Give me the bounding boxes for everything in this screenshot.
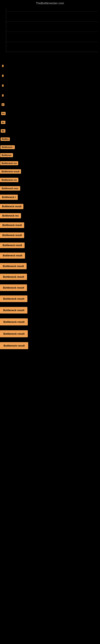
list-item: Bo <box>0 121 100 124</box>
bottleneck-badge: Bottleneck result <box>0 222 24 228</box>
bottleneck-badge: Bottleneck result <box>0 330 28 337</box>
bottleneck-badge: | <box>2 75 3 77</box>
bottleneck-badge: Bottleneck resu <box>0 186 20 190</box>
list-item: | <box>0 75 100 77</box>
list-item: Bottleneck result <box>0 330 100 337</box>
grid-line-4 <box>6 12 98 12</box>
bottleneck-badge: Bottleneck result <box>0 307 27 314</box>
list-item: | <box>0 65 100 67</box>
list-item: Bottleneck r <box>0 194 100 200</box>
bottleneck-badge: Bottleneck result <box>0 296 27 302</box>
bottleneck-badge: Bo <box>1 121 5 124</box>
list-item: Bottleneck result <box>0 252 100 258</box>
bottleneck-badge: | <box>2 94 3 96</box>
bottleneck-badge: Bo <box>1 112 6 115</box>
bottleneck-badge: Bottlen <box>0 138 10 141</box>
list-item: Bottlenec <box>0 153 100 157</box>
list-item: Bottleneck result <box>0 204 100 209</box>
list-item: Bottleneck result <box>0 342 100 349</box>
y-axis <box>6 8 6 52</box>
bottleneck-badge: Bottleneck result <box>0 274 27 280</box>
bottleneck-badge: Bottleneck r <box>0 194 18 200</box>
list-item: Bottleneck result <box>0 242 100 248</box>
list-item: Bottleneck result <box>0 307 100 314</box>
bottleneck-badge: Bottleneck result <box>0 204 23 209</box>
bottleneck-badge: Bottleneck result <box>0 232 24 238</box>
bottleneck-badge: Bottlenec <box>0 153 13 157</box>
x-axis <box>6 52 98 52</box>
bottleneck-badge: Bottleneck res <box>0 213 21 218</box>
list-item: Bottleneck result <box>0 222 100 228</box>
grid-line-3 <box>6 22 98 22</box>
site-title: TheBottlenecker.com <box>0 0 100 6</box>
list-item: Bottleneck res <box>0 161 100 165</box>
list-item: Bottleneck r <box>0 145 100 149</box>
list-item: Bottleneck resu <box>0 186 100 190</box>
bottleneck-badge: Bottleneck res <box>0 161 18 165</box>
list-item: Bottleneck result <box>0 169 100 174</box>
bottleneck-badge: | <box>2 65 3 67</box>
chart-area <box>0 6 100 58</box>
list-item: Bottleneck result <box>0 284 100 291</box>
bottleneck-badge: Bottleneck result <box>0 318 28 326</box>
list-item: | <box>0 84 100 87</box>
list-item: Bottleneck result <box>0 263 100 269</box>
bottleneck-badge: B <box>1 103 4 106</box>
bottleneck-badge: Bottleneck res <box>0 178 18 182</box>
bottleneck-badge: Bottleneck result <box>0 342 28 349</box>
list-item: Bottleneck result <box>0 232 100 238</box>
list-item: Bo <box>0 129 100 132</box>
bottleneck-badge: Bottleneck result <box>0 284 27 291</box>
bottleneck-badge: Bottleneck result <box>0 252 25 258</box>
site-title-text: TheBottlenecker.com <box>0 0 100 6</box>
bottleneck-badge: Bottleneck result <box>0 263 27 269</box>
list-item: Bottlen <box>0 138 100 141</box>
bottleneck-badge: Bo <box>1 129 5 132</box>
list-item: Bottleneck result <box>0 318 100 326</box>
list-item: Bottleneck res <box>0 178 100 182</box>
list-item: Bo <box>0 112 100 115</box>
bottleneck-items-list: | | | | B Bo Bo Bo Bottlen Bottleneck r … <box>0 62 100 352</box>
bottleneck-badge: Bottleneck result <box>0 169 21 174</box>
list-item: Bottleneck result <box>0 274 100 280</box>
list-item: B <box>0 103 100 106</box>
bottleneck-badge: | <box>2 84 3 87</box>
bottleneck-badge: Bottleneck result <box>0 242 25 248</box>
list-item: Bottleneck res <box>0 213 100 218</box>
grid-line-2 <box>6 32 98 32</box>
list-item: | <box>0 94 100 96</box>
list-item: Bottleneck result <box>0 296 100 302</box>
bottleneck-badge: Bottleneck r <box>0 145 15 149</box>
